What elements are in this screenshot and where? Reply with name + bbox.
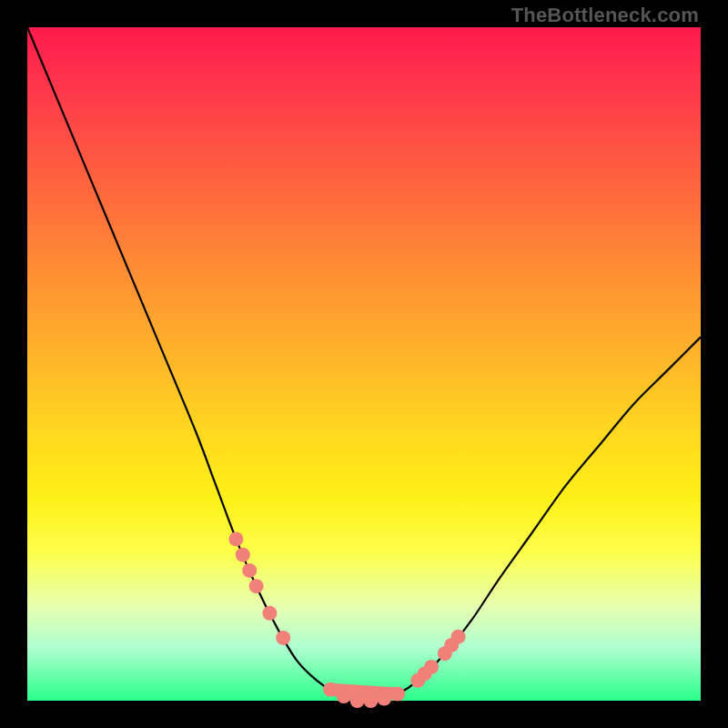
valley-marker	[228, 531, 243, 546]
valley-markers	[228, 531, 465, 708]
valley-marker	[451, 630, 466, 644]
valley-marker	[350, 693, 365, 708]
chart-frame: TheBottleneck.com	[0, 0, 728, 728]
valley-marker	[262, 606, 277, 621]
valley-marker	[363, 693, 378, 708]
valley-marker	[377, 692, 391, 706]
valley-marker	[276, 631, 290, 645]
attribution-text: TheBottleneck.com	[511, 4, 699, 27]
valley-marker	[242, 563, 257, 578]
curve-path	[27, 27, 701, 702]
valley-marker	[323, 682, 338, 697]
valley-marker	[236, 548, 250, 562]
bottleneck-curve	[27, 27, 701, 701]
plot-area	[27, 27, 701, 701]
valley-marker	[337, 689, 351, 703]
valley-marker	[249, 579, 264, 593]
valley-marker	[424, 660, 439, 674]
valley-marker	[390, 687, 405, 702]
